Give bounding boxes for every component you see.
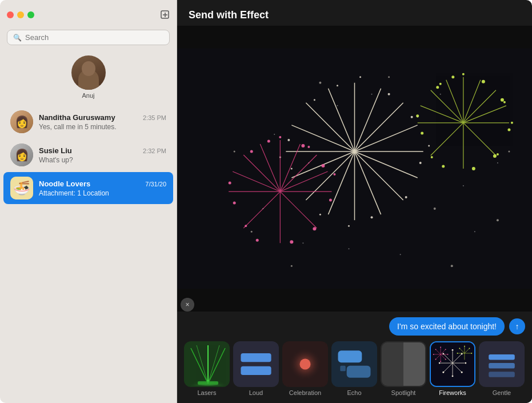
svg-point-171 <box>469 348 470 349</box>
svg-point-172 <box>471 353 472 354</box>
effect-thumb-echo <box>331 341 377 387</box>
traffic-lights <box>7 11 34 18</box>
svg-point-93 <box>291 265 293 267</box>
effect-label-celebration: Celebration <box>289 389 321 396</box>
search-icon: 🔍 <box>13 34 22 42</box>
effect-item-spotlight[interactable]: Spotlight <box>381 341 426 396</box>
svg-point-162 <box>433 354 434 355</box>
svg-point-74 <box>501 98 504 102</box>
pinned-contact[interactable]: Anuj <box>0 51 177 106</box>
avatar-nanditha: 👩 <box>10 110 33 133</box>
svg-point-48 <box>321 164 325 167</box>
svg-point-73 <box>436 86 439 89</box>
svg-point-50 <box>313 227 316 230</box>
svg-point-84 <box>462 73 465 75</box>
svg-point-160 <box>440 361 441 362</box>
svg-point-161 <box>435 359 437 360</box>
effect-item-fireworks[interactable]: Fireworks <box>430 341 475 396</box>
conversation-item-nanditha[interactable]: 👩 Nanditha Guruswamy 2:35 PM Yes, call m… <box>3 106 173 138</box>
svg-point-59 <box>245 225 247 227</box>
svg-point-78 <box>472 167 475 170</box>
svg-point-87 <box>503 101 506 103</box>
svg-point-142 <box>465 362 466 364</box>
effect-item-celebration[interactable]: Celebration <box>282 341 328 396</box>
effect-item-echo[interactable]: Echo <box>331 341 377 396</box>
svg-point-75 <box>421 131 423 134</box>
svg-rect-118 <box>234 342 278 386</box>
svg-point-54 <box>329 199 332 202</box>
avatar-face: 👩 <box>10 110 33 133</box>
svg-point-47 <box>250 150 253 153</box>
conv-time: 2:35 PM <box>143 114 166 121</box>
svg-point-30 <box>428 145 430 146</box>
close-button[interactable] <box>7 11 14 18</box>
conv-name: Nanditha Guruswamy <box>39 113 115 122</box>
fireworks-display <box>177 26 532 312</box>
svg-point-26 <box>371 216 373 218</box>
svg-point-49 <box>233 202 236 205</box>
svg-rect-127 <box>340 366 346 372</box>
svg-point-101 <box>463 185 464 186</box>
svg-point-94 <box>451 265 453 267</box>
effect-thumb-gentle <box>479 341 525 387</box>
conv-header: Susie Liu 2:32 PM <box>39 146 166 155</box>
svg-point-86 <box>439 83 442 85</box>
sidebar: 🔍 Anuj 👩 Nanditha Guruswamy 2:35 PM Yes,… <box>0 0 177 403</box>
effect-item-loud[interactable]: Loud <box>233 341 279 396</box>
svg-rect-178 <box>489 372 515 377</box>
svg-rect-125 <box>338 350 362 362</box>
svg-point-158 <box>447 354 449 355</box>
svg-rect-117 <box>198 381 218 385</box>
avatar <box>71 55 106 90</box>
fireworks-svg <box>177 26 532 312</box>
effect-item-gentle[interactable]: Gentle <box>479 341 525 396</box>
compose-button[interactable] <box>161 10 170 19</box>
effect-thumb-lasers <box>184 341 230 387</box>
main-content: Send with Effect <box>177 0 532 403</box>
svg-point-97 <box>337 105 338 106</box>
svg-point-22 <box>411 116 413 118</box>
conversation-item-susie[interactable]: 👩 Susie Liu 2:32 PM What's up? <box>3 139 173 171</box>
svg-point-98 <box>371 94 373 95</box>
svg-point-72 <box>482 80 485 83</box>
svg-point-92 <box>497 219 499 221</box>
svg-point-76 <box>493 154 497 158</box>
svg-point-24 <box>405 196 407 198</box>
svg-point-106 <box>440 94 441 95</box>
effect-item-lasers[interactable]: Lasers <box>184 341 230 396</box>
conv-time: 7/31/20 <box>145 181 166 187</box>
svg-point-77 <box>442 165 445 167</box>
svg-point-55 <box>229 182 231 185</box>
svg-point-82 <box>497 153 499 155</box>
search-bar[interactable]: 🔍 <box>7 30 170 45</box>
svg-point-163 <box>435 349 437 350</box>
svg-point-145 <box>442 372 444 373</box>
conv-info: Susie Liu 2:32 PM What's up? <box>39 146 166 164</box>
send-button[interactable]: ↑ <box>509 318 525 334</box>
effect-thumb-celebration <box>282 341 328 387</box>
svg-point-173 <box>459 348 460 349</box>
svg-rect-124 <box>333 342 376 386</box>
svg-point-29 <box>287 139 290 141</box>
minimize-button[interactable] <box>17 11 24 18</box>
avatar-face: 🍜 <box>10 177 33 199</box>
avatar-face: 👩 <box>10 143 33 166</box>
svg-point-90 <box>434 208 436 210</box>
svg-point-51 <box>256 239 259 242</box>
conv-preview: What's up? <box>39 156 166 164</box>
search-input[interactable] <box>25 33 163 42</box>
svg-point-95 <box>234 150 235 152</box>
maximize-button[interactable] <box>27 11 34 18</box>
conversation-item-noodle[interactable]: 🍜 Noodle Lovers 7/31/20 Attachment: 1 Lo… <box>3 172 173 204</box>
svg-point-157 <box>445 349 446 350</box>
svg-rect-176 <box>489 354 515 360</box>
conv-name: Noodle Lovers <box>39 179 90 188</box>
svg-point-57 <box>279 136 281 138</box>
svg-point-83 <box>431 156 433 158</box>
svg-point-89 <box>388 76 390 78</box>
svg-point-100 <box>308 162 309 163</box>
svg-point-27 <box>337 85 338 86</box>
close-effect-button[interactable]: × <box>181 298 194 312</box>
pinned-contact-name: Anuj <box>82 92 94 99</box>
avatar-noodle: 🍜 <box>10 177 33 199</box>
